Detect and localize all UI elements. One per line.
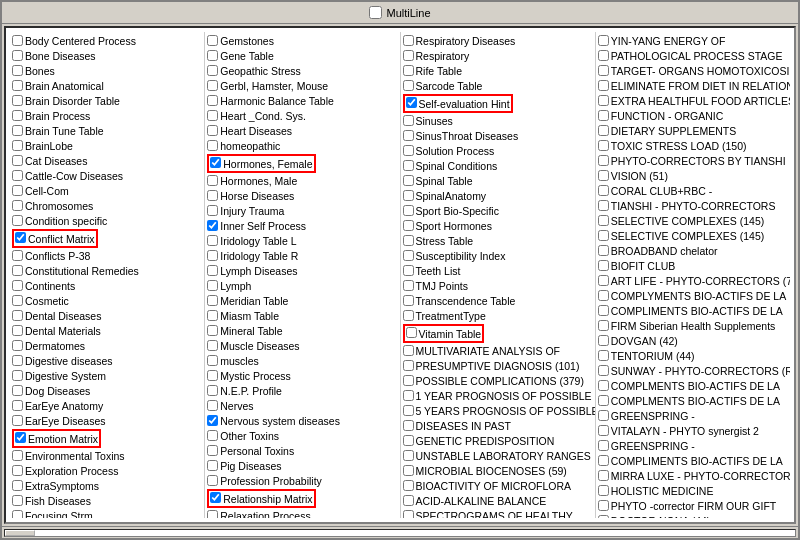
- item-checkbox[interactable]: [207, 430, 218, 441]
- item-checkbox[interactable]: [12, 35, 23, 46]
- item-checkbox[interactable]: [12, 370, 23, 381]
- item-checkbox[interactable]: [403, 205, 414, 216]
- item-checkbox[interactable]: [403, 220, 414, 231]
- item-checkbox[interactable]: [207, 310, 218, 321]
- item-checkbox[interactable]: [403, 250, 414, 261]
- item-checkbox[interactable]: [598, 380, 609, 391]
- item-checkbox[interactable]: [403, 435, 414, 446]
- item-checkbox[interactable]: [403, 145, 414, 156]
- item-checkbox[interactable]: [207, 370, 218, 381]
- item-checkbox[interactable]: [12, 215, 23, 226]
- item-checkbox[interactable]: [207, 65, 218, 76]
- item-checkbox[interactable]: [403, 265, 414, 276]
- item-checkbox[interactable]: [403, 65, 414, 76]
- item-checkbox[interactable]: [598, 215, 609, 226]
- item-checkbox[interactable]: [403, 160, 414, 171]
- item-checkbox[interactable]: [598, 50, 609, 61]
- item-checkbox[interactable]: [12, 80, 23, 91]
- item-checkbox[interactable]: [598, 440, 609, 451]
- item-checkbox[interactable]: [207, 385, 218, 396]
- item-checkbox[interactable]: [12, 495, 23, 506]
- item-checkbox[interactable]: [598, 485, 609, 496]
- item-checkbox[interactable]: [207, 265, 218, 276]
- item-checkbox[interactable]: [403, 495, 414, 506]
- item-checkbox[interactable]: [12, 465, 23, 476]
- item-checkbox[interactable]: [207, 205, 218, 216]
- item-checkbox[interactable]: [12, 325, 23, 336]
- item-checkbox[interactable]: [12, 295, 23, 306]
- item-checkbox[interactable]: [207, 400, 218, 411]
- item-checkbox[interactable]: [207, 415, 218, 426]
- item-checkbox[interactable]: [403, 465, 414, 476]
- item-checkbox[interactable]: [403, 235, 414, 246]
- item-checkbox[interactable]: [210, 157, 221, 168]
- item-checkbox[interactable]: [598, 515, 609, 518]
- item-checkbox[interactable]: [403, 280, 414, 291]
- item-checkbox[interactable]: [207, 235, 218, 246]
- item-checkbox[interactable]: [598, 395, 609, 406]
- item-checkbox[interactable]: [12, 250, 23, 261]
- item-checkbox[interactable]: [403, 390, 414, 401]
- item-checkbox[interactable]: [406, 327, 417, 338]
- item-checkbox[interactable]: [207, 80, 218, 91]
- item-checkbox[interactable]: [12, 340, 23, 351]
- item-checkbox[interactable]: [15, 232, 26, 243]
- item-checkbox[interactable]: [207, 250, 218, 261]
- item-checkbox[interactable]: [403, 295, 414, 306]
- item-checkbox[interactable]: [207, 175, 218, 186]
- item-checkbox[interactable]: [598, 185, 609, 196]
- item-checkbox[interactable]: [207, 190, 218, 201]
- item-checkbox[interactable]: [12, 385, 23, 396]
- item-checkbox[interactable]: [12, 65, 23, 76]
- item-checkbox[interactable]: [598, 455, 609, 466]
- item-checkbox[interactable]: [403, 450, 414, 461]
- item-checkbox[interactable]: [207, 50, 218, 61]
- item-checkbox[interactable]: [598, 35, 609, 46]
- item-checkbox[interactable]: [598, 290, 609, 301]
- item-checkbox[interactable]: [12, 450, 23, 461]
- item-checkbox[interactable]: [403, 80, 414, 91]
- item-checkbox[interactable]: [403, 360, 414, 371]
- item-checkbox[interactable]: [403, 35, 414, 46]
- item-checkbox[interactable]: [12, 280, 23, 291]
- item-checkbox[interactable]: [207, 140, 218, 151]
- item-checkbox[interactable]: [598, 200, 609, 211]
- item-checkbox[interactable]: [12, 415, 23, 426]
- item-checkbox[interactable]: [15, 432, 26, 443]
- item-checkbox[interactable]: [403, 190, 414, 201]
- scrollbar-thumb[interactable]: [5, 530, 35, 536]
- item-checkbox[interactable]: [598, 410, 609, 421]
- item-checkbox[interactable]: [598, 425, 609, 436]
- item-checkbox[interactable]: [403, 345, 414, 356]
- item-checkbox[interactable]: [403, 375, 414, 386]
- item-checkbox[interactable]: [12, 125, 23, 136]
- item-checkbox[interactable]: [207, 340, 218, 351]
- multiline-option[interactable]: MultiLine: [369, 6, 430, 19]
- item-checkbox[interactable]: [403, 420, 414, 431]
- item-checkbox[interactable]: [207, 110, 218, 121]
- item-checkbox[interactable]: [207, 460, 218, 471]
- item-checkbox[interactable]: [207, 220, 218, 231]
- item-checkbox[interactable]: [403, 480, 414, 491]
- item-checkbox[interactable]: [598, 350, 609, 361]
- item-checkbox[interactable]: [12, 95, 23, 106]
- item-checkbox[interactable]: [12, 170, 23, 181]
- item-checkbox[interactable]: [403, 175, 414, 186]
- item-checkbox[interactable]: [598, 155, 609, 166]
- item-checkbox[interactable]: [12, 185, 23, 196]
- item-checkbox[interactable]: [12, 510, 23, 518]
- item-checkbox[interactable]: [598, 500, 609, 511]
- item-checkbox[interactable]: [598, 170, 609, 181]
- item-checkbox[interactable]: [598, 260, 609, 271]
- item-checkbox[interactable]: [403, 510, 414, 518]
- item-checkbox[interactable]: [403, 115, 414, 126]
- item-checkbox[interactable]: [12, 265, 23, 276]
- item-checkbox[interactable]: [207, 35, 218, 46]
- item-checkbox[interactable]: [12, 400, 23, 411]
- item-checkbox[interactable]: [598, 320, 609, 331]
- multiline-checkbox[interactable]: [369, 6, 382, 19]
- item-checkbox[interactable]: [403, 50, 414, 61]
- item-checkbox[interactable]: [598, 470, 609, 481]
- item-checkbox[interactable]: [598, 245, 609, 256]
- item-checkbox[interactable]: [12, 110, 23, 121]
